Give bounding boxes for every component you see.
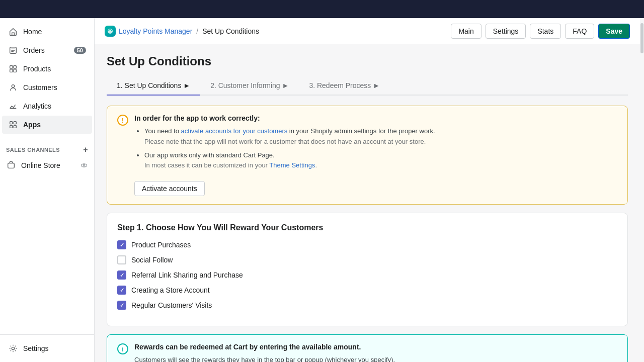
- customers-icon: [8, 82, 18, 93]
- settings-icon: [8, 343, 18, 353]
- breadcrumb-separator: /: [196, 27, 198, 35]
- sidebar-item-analytics-label: Analytics: [23, 102, 51, 110]
- sidebar-item-orders-label: Orders: [23, 46, 45, 54]
- scrollbar-track[interactable]: [640, 18, 644, 362]
- sidebar-item-settings[interactable]: Settings: [2, 339, 92, 357]
- svg-rect-11: [8, 163, 15, 168]
- checkbox-product-purchases[interactable]: [117, 240, 126, 249]
- apps-icon: [8, 120, 18, 130]
- tabs: 1. Set Up Conditions ► 2. Customer Infor…: [107, 76, 628, 96]
- checkbox-regular-visits-label: Regular Customers' Visits: [131, 301, 212, 309]
- sidebar-item-analytics[interactable]: Analytics: [2, 97, 92, 115]
- checkbox-item-social-follow: Social Follow: [117, 255, 617, 264]
- sales-channels-label: SALES CHANNELS: [6, 147, 60, 153]
- checkbox-referral[interactable]: [117, 270, 126, 280]
- bullet2-note: In most cases it can be customized in yo…: [144, 161, 317, 169]
- checkbox-referral-label: Referral Link Sharing and Purchase: [131, 271, 243, 279]
- sidebar-item-home[interactable]: Home: [2, 23, 92, 41]
- svg-rect-2: [14, 66, 16, 68]
- sidebar-item-online-store[interactable]: Online Store: [0, 156, 94, 174]
- scrollbar-thumb[interactable]: [640, 23, 643, 53]
- bullet1-note: Please note that the app will not work f…: [144, 138, 426, 145]
- checkbox-item-referral: Referral Link Sharing and Purchase: [117, 270, 617, 280]
- settings-button[interactable]: Settings: [486, 24, 526, 39]
- svg-rect-4: [14, 69, 16, 72]
- svg-point-14: [12, 347, 14, 349]
- top-bar: [0, 0, 644, 18]
- breadcrumb-current-page: Set Up Conditions: [202, 27, 259, 35]
- main-button[interactable]: Main: [451, 24, 481, 39]
- orders-badge: 50: [74, 47, 86, 54]
- app-logo: [105, 26, 116, 37]
- bullet1-post: in your Shopify admin settings for the p…: [287, 127, 435, 135]
- page-title: Set Up Conditions: [107, 54, 628, 68]
- checkbox-store-account-label: Creating a Store Account: [131, 286, 210, 294]
- checkbox-social-follow[interactable]: [117, 255, 126, 264]
- faq-button[interactable]: FAQ: [565, 24, 594, 39]
- online-store-icon: [6, 160, 16, 170]
- checkbox-item-product-purchases: Product Purchases: [117, 240, 617, 249]
- activate-accounts-link[interactable]: activate accounts for your customers: [181, 127, 288, 135]
- warning-card-body: You need to activate accounts for your c…: [134, 126, 617, 196]
- activate-accounts-button[interactable]: Activate accounts: [134, 181, 205, 196]
- warning-icon: !: [117, 115, 128, 126]
- online-store-label: Online Store: [21, 161, 60, 169]
- tab-redeem-process[interactable]: 3. Redeem Process ►: [299, 76, 390, 96]
- svg-point-12: [81, 164, 87, 167]
- info-card-content: Rewards can be redeemed at Cart by enter…: [134, 343, 617, 362]
- checkbox-item-store-account: Creating a Store Account: [117, 286, 617, 295]
- info-card: i Rewards can be redeemed at Cart by ent…: [107, 334, 628, 362]
- checkbox-store-account[interactable]: [117, 286, 126, 295]
- svg-rect-1: [10, 66, 13, 68]
- info-card-title: Rewards can be redeemed at Cart by enter…: [134, 343, 617, 351]
- theme-settings-link[interactable]: Theme Settings: [269, 161, 315, 169]
- add-sales-channel-button[interactable]: +: [83, 145, 88, 154]
- svg-rect-10: [14, 125, 16, 128]
- svg-rect-9: [10, 125, 13, 128]
- info-icon: i: [117, 343, 128, 354]
- eye-icon[interactable]: [80, 161, 88, 169]
- step1-title: Step 1. Choose How You Will Reward Your …: [117, 223, 617, 232]
- breadcrumb-app-name: Loyalty Points Manager: [119, 27, 192, 35]
- analytics-icon: [8, 101, 18, 111]
- svg-point-13: [83, 164, 85, 166]
- checkbox-item-regular-visits: Regular Customers' Visits: [117, 301, 617, 310]
- header-actions: Main Settings Stats FAQ Save: [451, 24, 630, 39]
- home-icon: [8, 27, 18, 37]
- svg-rect-6: [10, 108, 17, 109]
- breadcrumb: Loyalty Points Manager / Set Up Conditio…: [105, 26, 259, 37]
- tab-customer-informing[interactable]: 2. Customer Informing ►: [200, 76, 299, 96]
- tab-setup-conditions[interactable]: 1. Set Up Conditions ►: [107, 76, 200, 96]
- svg-rect-3: [10, 69, 13, 72]
- sidebar-item-orders[interactable]: Orders 50: [2, 41, 92, 59]
- svg-rect-7: [10, 122, 13, 124]
- orders-icon: [8, 45, 18, 55]
- sidebar-item-products[interactable]: Products: [2, 60, 92, 78]
- step1-card: Step 1. Choose How You Will Reward Your …: [107, 213, 628, 326]
- sidebar-item-apps-label: Apps: [23, 121, 41, 129]
- save-button[interactable]: Save: [598, 24, 630, 39]
- bullet1-pre: You need to: [144, 127, 181, 135]
- bullet2-text: Our app works only with standard Cart Pa…: [144, 151, 275, 159]
- page-body: Set Up Conditions 1. Set Up Conditions ►…: [95, 44, 640, 362]
- warning-card-title: In order for the app to work correctly:: [134, 114, 617, 122]
- sidebar-item-apps[interactable]: Apps: [2, 116, 92, 134]
- sidebar-item-products-label: Products: [23, 65, 51, 73]
- sales-channels-section: SALES CHANNELS +: [0, 138, 94, 156]
- warning-card: ! In order for the app to work correctly…: [107, 106, 628, 205]
- sidebar-item-settings-label: Settings: [23, 344, 49, 352]
- sidebar-item-customers[interactable]: Customers: [2, 78, 92, 97]
- info-card-body: Customers will see the rewards they have…: [134, 355, 617, 362]
- stats-button[interactable]: Stats: [530, 24, 561, 39]
- app-header: Loyalty Points Manager / Set Up Conditio…: [95, 18, 640, 44]
- sidebar-bottom: Settings: [0, 334, 94, 362]
- svg-rect-8: [14, 122, 16, 124]
- products-icon: [8, 64, 18, 74]
- main-content: Loyalty Points Manager / Set Up Conditio…: [95, 18, 640, 362]
- sidebar-item-home-label: Home: [23, 28, 42, 36]
- warning-card-content: In order for the app to work correctly: …: [134, 114, 617, 196]
- sidebar: Home Orders 50: [0, 18, 95, 362]
- checkbox-regular-visits[interactable]: [117, 301, 126, 310]
- breadcrumb-app-link[interactable]: Loyalty Points Manager: [105, 26, 192, 37]
- svg-point-5: [12, 85, 14, 87]
